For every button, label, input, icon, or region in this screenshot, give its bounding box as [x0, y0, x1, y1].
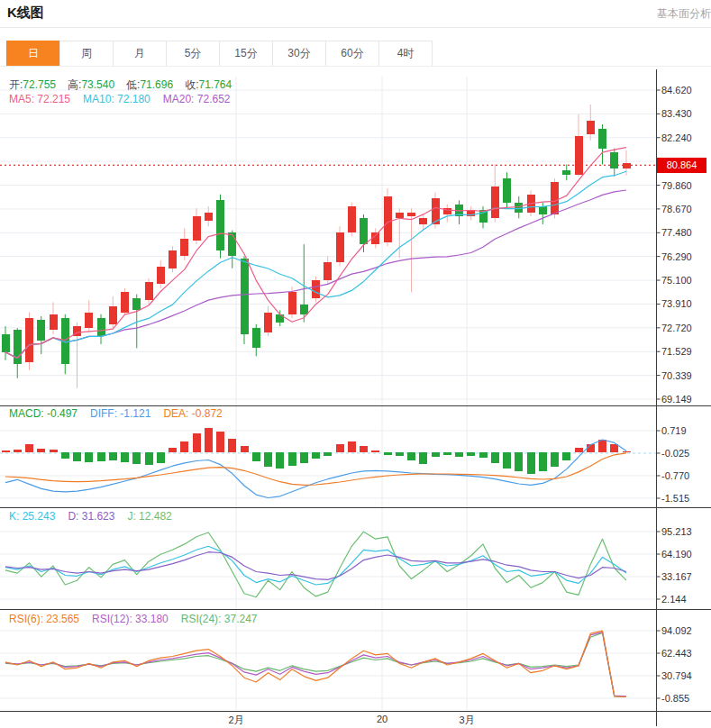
j-line: [5, 532, 626, 597]
macd-hist-bar: [432, 452, 440, 457]
macd-hist-bar: [562, 452, 570, 460]
macd-hist-bar: [193, 433, 201, 452]
candle-body: [193, 216, 201, 241]
macd-hist-bar: [539, 452, 547, 471]
macd-hist-bar: [97, 452, 105, 461]
candle-body: [97, 318, 105, 336]
ohlc-value: 72.755: [23, 78, 56, 91]
fundamental-analysis-link[interactable]: 基本面分析»: [657, 6, 711, 22]
macd-hist-bar: [180, 441, 188, 452]
y-axis-tick-label: 62.443: [661, 648, 692, 659]
macd-hist-bar: [407, 452, 415, 460]
y-axis-tick-label: 72.720: [661, 323, 692, 333]
candle-body: [241, 259, 249, 334]
macd-hist-bar: [575, 448, 583, 452]
rsi24-line: [5, 632, 626, 696]
candle-body: [575, 136, 583, 174]
macd-hist-bar: [228, 439, 236, 452]
macd-hist-bar: [348, 441, 356, 452]
macd-hist-bar: [419, 452, 427, 464]
y-axis-tick-label: 70.339: [661, 370, 692, 381]
current-price-badge: 80.864: [657, 158, 706, 173]
tab-5min[interactable]: 5分: [166, 41, 220, 67]
candle-body: [610, 152, 618, 168]
y-axis-tick-label: -0.025: [661, 448, 689, 459]
candle-body: [288, 292, 296, 314]
macd-hist-bar: [25, 444, 33, 452]
macd-hist-bar: [37, 449, 45, 452]
tab-4hour[interactable]: 4时: [378, 41, 433, 67]
x-axis-label: 3月: [459, 714, 474, 727]
x-axis-label: 2月: [228, 714, 243, 727]
candle-body: [551, 182, 559, 214]
macd-hist-bar: [479, 452, 488, 458]
macd-hist-bar: [264, 452, 272, 466]
y-axis-tick-label: 82.240: [661, 132, 692, 143]
tab-30min[interactable]: 30分: [272, 41, 326, 67]
macd-hist-bar: [205, 428, 213, 452]
y-axis-tick-label: 75.100: [661, 275, 692, 286]
macd-hist-bar: [312, 452, 320, 459]
candle-body: [348, 206, 356, 232]
macd-hist-bar: [121, 452, 129, 462]
header-divider: [0, 27, 711, 28]
tab-monthly[interactable]: 月: [113, 41, 167, 67]
candle-body: [539, 206, 547, 214]
ohlc-legend-item: 收:71.764: [185, 78, 232, 91]
candle-body: [598, 129, 606, 149]
macd-hist-bar: [145, 452, 153, 465]
y-axis-tick-label: 84.620: [661, 85, 692, 96]
macd-hist-bar: [371, 450, 379, 452]
candle-body: [587, 121, 595, 135]
candle-body: [491, 187, 499, 218]
macd-hist-bar: [623, 451, 631, 452]
y-axis-tick-label: 0.719: [661, 425, 687, 436]
macd-hist-bar: [61, 452, 69, 459]
y-axis-tick-label: 77.480: [661, 227, 692, 238]
x-axis-label: 20: [377, 714, 387, 724]
macd-legend: MACD: -0.497DIFF: -1.121DEA: -0.872: [9, 407, 235, 420]
candle-body: [109, 306, 117, 324]
candle-body: [407, 213, 415, 216]
candle-body: [336, 232, 344, 262]
ma-legend-item: MA20: 72.652: [163, 93, 231, 105]
rsi6-line: [5, 631, 626, 696]
y-axis-tick-label: 64.190: [661, 549, 692, 560]
candle-body: [180, 239, 188, 257]
tab-60min[interactable]: 60分: [325, 41, 379, 67]
candle-body: [145, 282, 153, 300]
rsi-legend-item: RSI(12): 33.180: [92, 613, 169, 625]
candle-body: [360, 218, 368, 244]
ohlc-label: 开:: [9, 78, 23, 91]
candle-body: [121, 292, 129, 312]
macd-hist-bar: [157, 452, 165, 462]
y-axis-tick-label: 73.910: [661, 298, 692, 309]
kline-chart[interactable]: 84.62083.43082.24079.86078.67077.48076.2…: [0, 66, 711, 728]
macd-hist-bar: [169, 448, 177, 452]
macd-hist-bar: [300, 452, 308, 462]
rsi-legend-item: RSI(24): 37.247: [181, 613, 258, 625]
kdj-legend-item: K: 25.243: [9, 510, 55, 523]
candle-body: [14, 330, 22, 364]
y-axis-tick-label: 71.529: [661, 346, 692, 357]
macd-hist-bar: [216, 432, 224, 452]
candle-body: [85, 313, 93, 329]
tab-weekly[interactable]: 周: [59, 41, 114, 67]
candle-body: [312, 280, 320, 298]
tab-daily[interactable]: 日: [6, 41, 60, 67]
ohlc-legend-item: 开:72.755: [9, 78, 56, 91]
macd-hist-bar: [455, 452, 463, 457]
candle-body: [252, 328, 260, 348]
candle-body: [157, 267, 165, 285]
tab-15min[interactable]: 15分: [219, 41, 273, 67]
ohlc-legend-item: 高:73.540: [68, 78, 114, 91]
macd-legend-item: DEA: -0.872: [163, 407, 222, 420]
ohlc-value: 71.696: [140, 78, 173, 91]
y-axis-tick-label: 78.670: [661, 204, 692, 214]
macd-hist-bar: [241, 446, 249, 452]
candle-body: [419, 218, 427, 224]
candle-body: [264, 313, 272, 332]
candle-body: [2, 334, 10, 352]
macd-hist-bar: [2, 450, 10, 452]
y-axis-tick-label: 95.213: [661, 526, 692, 537]
